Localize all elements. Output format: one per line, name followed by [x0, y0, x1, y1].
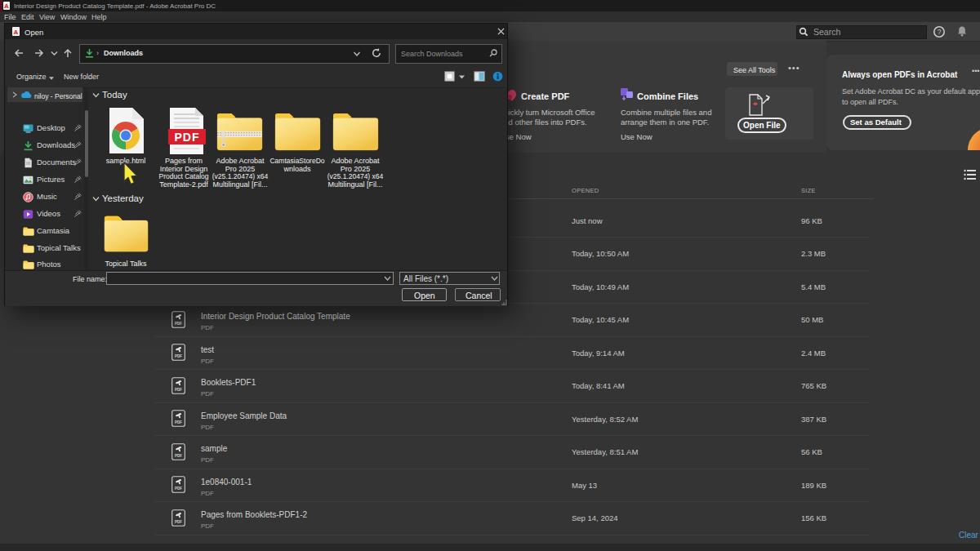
svg-text:PDF: PDF: [175, 487, 182, 491]
svg-text:PDF: PDF: [175, 131, 200, 144]
svg-text:?: ?: [938, 28, 942, 36]
svg-text:PDF: PDF: [175, 519, 182, 523]
svg-text:PDF: PDF: [175, 420, 182, 424]
svg-text:PDF: PDF: [175, 453, 182, 457]
svg-text:PDF: PDF: [175, 354, 182, 358]
svg-text:PDF: PDF: [175, 387, 182, 391]
svg-text:PDF: PDF: [175, 321, 182, 325]
